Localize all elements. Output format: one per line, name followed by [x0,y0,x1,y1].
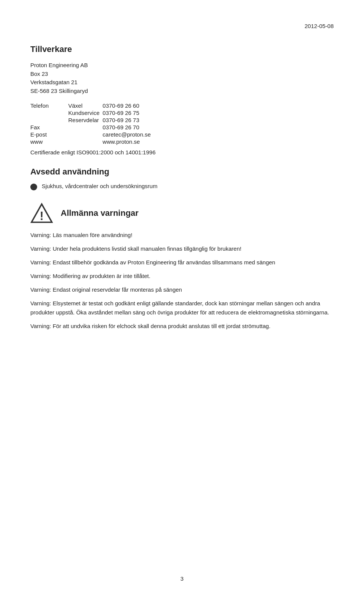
kundservice-label: Kundservice [61,109,103,116]
fax-value: 0370-69 26 70 [103,124,163,131]
avsedd-section: Avsedd användning Sjukhus, vårdcentraler… [30,167,334,190]
kundservice-value: 0370-69 26 75 [103,109,163,116]
epost-value: caretec@proton.se [103,131,163,138]
warning-text-3: Varning: Modifiering av produkten är int… [30,272,334,281]
warnings-section: ! Allmänna varningar Varning: Läs manual… [30,202,334,331]
warning-text-6: Varning: För att undvika risken för elch… [30,322,334,331]
vaxel-label: Växel [61,102,103,109]
vaxel-value: 0370-69 26 60 [103,102,163,109]
address-block: Proton Engineering AB Box 23 Verkstadsga… [30,61,334,95]
warning-text-0: Varning: Läs manualen före användning! [30,231,334,240]
address-line3: SE-568 23 Skillingaryd [30,87,334,96]
avsedd-item-0: Sjukhus, vårdcentraler och undersöknings… [42,183,157,189]
avsedd-list: Sjukhus, vårdcentraler och undersöknings… [30,183,334,190]
warnings-title: Allmänna varningar [61,208,138,218]
telefon-label: Telefon [30,102,61,109]
warning-text-4: Varning: Endast original reservdelar får… [30,285,334,294]
page-number: 3 [0,575,364,582]
company-name: Proton Engineering AB [30,61,334,70]
www-value: www.proton.se [103,138,163,145]
manufacturer-section: Tillverkare Proton Engineering AB Box 23… [30,44,334,156]
address-line1: Box 23 [30,70,334,79]
manufacturer-title: Tillverkare [30,44,334,54]
list-item: Sjukhus, vårdcentraler och undersöknings… [30,183,334,190]
warning-header: ! Allmänna varningar [30,202,334,225]
warning-text-2: Varning: Endast tillbehör godkända av Pr… [30,258,334,267]
epost-label: E-post [30,131,61,138]
warning-triangle-icon: ! [30,202,53,225]
contact-table: Telefon Växel 0370-69 26 60 Kundservice … [30,102,163,145]
page: 2012-05-08 Tillverkare Proton Engineerin… [0,0,364,597]
reservdelar-label: Reservdelar [61,116,103,124]
fax-label: Fax [30,124,61,131]
bullet-icon [30,184,37,190]
warning-text-5: Varning: Elsystemet är testat och godkän… [30,299,334,317]
certification-text: Certifierade enligt ISO9001:2000 och 140… [30,149,334,156]
date-header: 2012-05-08 [30,23,334,29]
www-label: www [30,138,61,145]
svg-text:!: ! [40,209,44,223]
warning-text-1: Varning: Under hela produktens livstid s… [30,244,334,253]
avsedd-title: Avsedd användning [30,167,334,177]
address-line2: Verkstadsgatan 21 [30,78,334,87]
date-text: 2012-05-08 [304,23,334,29]
reservdelar-value: 0370-69 26 73 [103,116,163,124]
